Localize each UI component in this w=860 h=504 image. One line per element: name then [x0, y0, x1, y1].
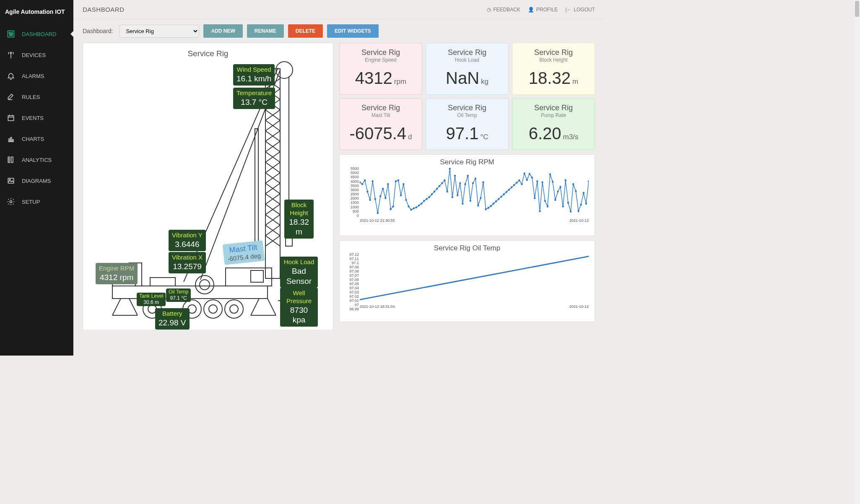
tag-block-height[interactable]: Block Height 18.32 m	[284, 200, 314, 239]
scrollbar[interactable]	[854, 0, 860, 356]
svg-point-131	[472, 182, 474, 184]
nav-list: DASHBOARDDEVICESALARMSRULESEVENTSCHARTSA…	[0, 23, 73, 212]
tag-temperature[interactable]: Temperature 13.7 °C	[233, 88, 275, 109]
dashboard-select[interactable]: Service Rig	[120, 25, 199, 38]
sidebar-item-alarms[interactable]: ALARMS	[0, 65, 73, 86]
tag-label: Battery	[158, 310, 186, 318]
tag-value: 97.1 °C	[169, 295, 188, 301]
tag-mast-tilt[interactable]: Mast Tilt -6075.4 deg	[223, 240, 265, 265]
nav-label: CHARTS	[22, 136, 44, 142]
chart-svg	[360, 166, 589, 218]
brand: Agile Automation IOT	[0, 0, 73, 23]
kpi-unit: m	[572, 78, 578, 86]
tag-hook-load[interactable]: Hook Load Bad Sensor	[280, 257, 318, 288]
sidebar-item-devices[interactable]: DEVICES	[0, 44, 73, 65]
calendar-icon	[6, 114, 16, 122]
svg-point-109	[416, 206, 417, 208]
kpi-title: Service Rig	[430, 48, 504, 57]
sidebar-item-charts[interactable]: CHARTS	[0, 128, 73, 149]
svg-point-176	[588, 180, 589, 182]
svg-point-174	[583, 192, 585, 194]
sidebar-item-dashboard[interactable]: DASHBOARD	[0, 23, 73, 44]
edit-widgets-button[interactable]: EDIT WIDGETS	[327, 24, 379, 38]
tag-engine-rpm[interactable]: Engine RPM 4312 rpm	[96, 263, 138, 284]
svg-point-104	[403, 183, 404, 185]
svg-point-116	[434, 190, 435, 192]
sidebar-item-events[interactable]: EVENTS	[0, 107, 73, 128]
svg-point-120	[444, 179, 445, 182]
tag-label: Vibration X	[172, 254, 203, 262]
sidebar-item-analytics[interactable]: ANALYTICS	[0, 149, 73, 170]
svg-point-143	[503, 193, 504, 195]
sidebar-item-rules[interactable]: RULES	[0, 86, 73, 107]
svg-point-136	[485, 208, 486, 210]
svg-point-81	[230, 305, 238, 313]
sidebar-item-setup[interactable]: SETUP	[0, 191, 73, 212]
svg-point-159	[544, 200, 546, 202]
svg-point-114	[428, 196, 430, 198]
tag-battery[interactable]: Battery 22.98 V	[155, 308, 190, 330]
svg-point-134	[480, 197, 481, 199]
svg-point-150	[521, 183, 522, 185]
nav-label: DIAGRAMS	[22, 178, 51, 184]
profile-link[interactable]: 👤 PROFILE	[528, 7, 558, 13]
tag-wind-speed[interactable]: Wind Speed 16.1 km/h	[233, 64, 275, 86]
scrollbar-thumb[interactable]	[855, 1, 859, 17]
svg-point-132	[475, 177, 476, 179]
tag-tank-level[interactable]: Tank Level 30.6 m	[137, 293, 166, 306]
tag-label: Oil Temp	[169, 289, 188, 295]
kpi-hook-load[interactable]: Service Rig Hook Load NaNkg	[426, 43, 509, 95]
svg-line-68	[112, 299, 121, 315]
tag-label: Tank Level	[139, 293, 163, 299]
svg-point-4	[9, 32, 10, 34]
svg-point-139	[493, 203, 494, 205]
svg-point-144	[506, 191, 507, 193]
image-icon	[6, 177, 16, 185]
svg-point-149	[518, 179, 520, 182]
svg-point-80	[225, 300, 243, 318]
svg-point-115	[431, 193, 433, 195]
nav-label: EVENTS	[22, 115, 44, 121]
kpi-subtitle: Block Height	[517, 57, 590, 63]
svg-rect-14	[9, 139, 10, 142]
svg-point-151	[523, 172, 525, 174]
left-column: Service Rig	[83, 43, 333, 350]
svg-point-111	[421, 203, 422, 205]
tag-value: 4312 rpm	[99, 273, 134, 283]
kpi-oil-temp[interactable]: Service Rig Oil Temp 97.1°C	[426, 98, 509, 150]
tag-value: 22.98 V	[158, 318, 186, 328]
svg-line-72	[268, 299, 276, 315]
chart-rpm: Service Rig RPM 550050004500400035003000…	[339, 154, 595, 236]
logout-link[interactable]: |← LOGOUT	[565, 7, 595, 13]
kpi-engine-speed[interactable]: Service Rig Engine Speed 4312rpm	[339, 43, 422, 95]
tag-vibration-x[interactable]: Vibration X 13.2579	[169, 252, 206, 273]
tag-vibration-y[interactable]: Vibration Y 3.6446	[169, 230, 206, 251]
tag-well-pressure[interactable]: Well Pressure 8730 kpa	[280, 288, 318, 327]
svg-rect-84	[286, 238, 292, 246]
svg-point-156	[536, 180, 538, 182]
kpi-block-height[interactable]: Service Rig Block Height 18.32m	[512, 43, 595, 95]
add-new-button[interactable]: ADD NEW	[203, 24, 242, 38]
delete-button[interactable]: DELETE	[288, 24, 323, 38]
kpi-grid: Service Rig Engine Speed 4312rpmService …	[339, 43, 595, 150]
kpi-subtitle: Engine Speed	[344, 57, 418, 63]
svg-point-110	[418, 205, 420, 207]
chart-area: 5500500045004000350030002500200015001000…	[360, 166, 589, 218]
svg-point-117	[436, 188, 438, 190]
chart-oil-temp: Service Rig Oil Temp 97.1297.1197.197.09…	[339, 240, 595, 322]
tag-oil-temp[interactable]: Oil Temp 97.1 °C	[166, 288, 191, 302]
rename-button[interactable]: RENAME	[247, 24, 284, 38]
feedback-link[interactable]: ◷ FEEDBACK	[487, 7, 520, 13]
svg-point-105	[405, 199, 407, 201]
svg-point-113	[426, 198, 427, 200]
kpi-mast-tilt[interactable]: Service Rig Mast Tilt -6075.4d	[339, 98, 422, 150]
tag-label: Vibration Y	[172, 231, 203, 239]
chart-y-axis: 5500500045004000350030002500200015001000…	[346, 166, 359, 218]
kpi-pump-rate[interactable]: Service Rig Pump Rate 6.20m3/s	[512, 98, 595, 150]
svg-point-138	[490, 205, 492, 207]
svg-point-122	[449, 168, 451, 170]
sidebar-item-diagrams[interactable]: DIAGRAMS	[0, 170, 73, 191]
app-root: Agile Automation IOT DASHBOARDDEVICESALA…	[0, 0, 604, 356]
chart-svg	[360, 252, 589, 304]
svg-point-94	[377, 212, 379, 214]
